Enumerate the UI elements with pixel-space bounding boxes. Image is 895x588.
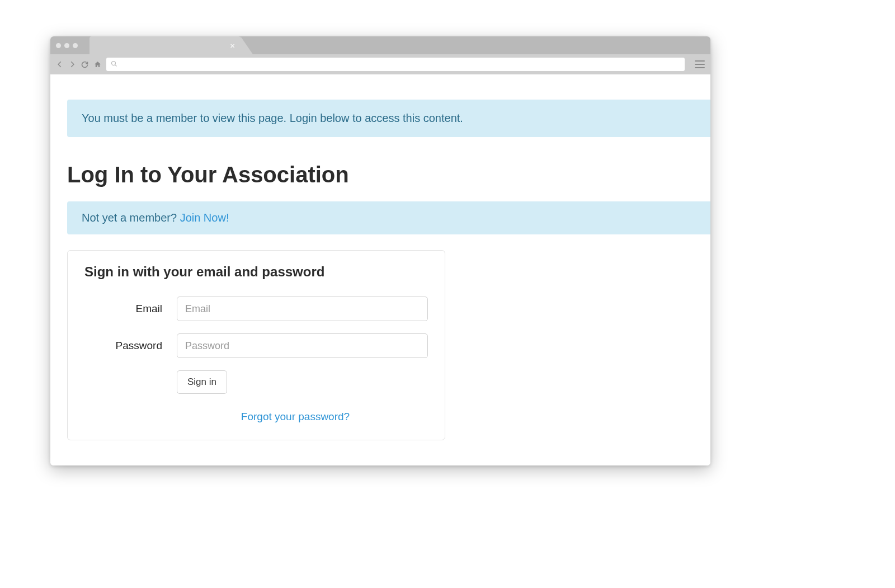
join-now-link[interactable]: Join Now! bbox=[180, 211, 229, 224]
browser-window: × You must be a member to view this page… bbox=[50, 36, 710, 465]
reload-icon[interactable] bbox=[81, 60, 89, 69]
back-icon[interactable] bbox=[56, 60, 64, 68]
member-required-alert: You must be a member to view this page. … bbox=[67, 100, 710, 137]
search-icon bbox=[111, 60, 117, 69]
page-content: You must be a member to view this page. … bbox=[50, 74, 710, 465]
forgot-row: Forgot your password? bbox=[84, 411, 428, 423]
submit-row: Sign in bbox=[84, 370, 428, 394]
window-dot-close[interactable] bbox=[56, 43, 61, 48]
address-bar[interactable] bbox=[106, 58, 685, 71]
join-info-bar: Not yet a member? Join Now! bbox=[67, 201, 710, 234]
close-tab-icon[interactable]: × bbox=[230, 41, 235, 50]
window-dot-minimize[interactable] bbox=[64, 43, 69, 48]
email-row: Email bbox=[84, 297, 428, 321]
home-icon[interactable] bbox=[93, 60, 102, 69]
svg-point-0 bbox=[112, 61, 116, 65]
password-label: Password bbox=[84, 340, 177, 352]
tab-slope-decoration bbox=[241, 36, 253, 54]
password-field[interactable] bbox=[177, 333, 428, 358]
join-info-prefix: Not yet a member? bbox=[82, 211, 180, 224]
forgot-password-link[interactable]: Forgot your password? bbox=[241, 411, 350, 422]
email-field[interactable] bbox=[177, 297, 428, 321]
forward-icon[interactable] bbox=[68, 60, 76, 68]
sign-in-button[interactable]: Sign in bbox=[177, 370, 227, 394]
login-card-heading: Sign in with your email and password bbox=[84, 264, 428, 280]
browser-tab-bar: × bbox=[50, 36, 710, 54]
browser-nav-bar bbox=[50, 54, 710, 74]
menu-icon[interactable] bbox=[695, 60, 705, 68]
window-dot-maximize[interactable] bbox=[73, 43, 78, 48]
page-title: Log In to Your Association bbox=[67, 162, 710, 187]
email-label: Email bbox=[84, 303, 177, 315]
browser-tab[interactable]: × bbox=[90, 36, 241, 54]
login-card: Sign in with your email and password Ema… bbox=[67, 250, 445, 440]
password-row: Password bbox=[84, 333, 428, 358]
